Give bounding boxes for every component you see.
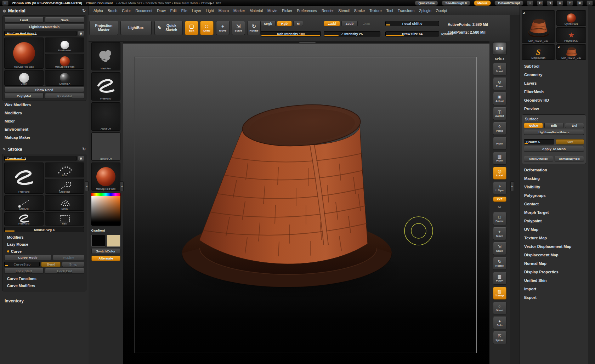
snorm-slider[interactable]: SNorm 5 [524, 139, 554, 144]
menu-item[interactable]: Draw [157, 8, 166, 13]
color-picker[interactable] [91, 193, 121, 226]
default-zscript-button[interactable]: DefaultZScript [494, 0, 523, 6]
active-tool-thumb[interactable]: 2 Skin_ND214_C30 [522, 10, 555, 43]
palette-section-header[interactable]: Modifiers [0, 109, 89, 117]
stroke-thumb[interactable]: Dots [45, 163, 84, 177]
curvestep-slider[interactable]: CurveStep [4, 262, 40, 267]
tool-section-header[interactable]: UV Map [520, 225, 588, 234]
mrgb-button[interactable]: Mrgb [261, 21, 276, 26]
rgb-button[interactable]: Rgb [277, 21, 292, 26]
right-shelf-button[interactable]: Floor [493, 137, 506, 150]
noise-button[interactable]: Noise [524, 123, 543, 128]
see-through-slider[interactable]: See-through 0 [442, 0, 470, 6]
curve-header[interactable]: Curve [4, 248, 84, 255]
tool-section-header[interactable]: SubTool [520, 62, 588, 70]
stroke-thumb-freehand[interactable]: FreeHand [91, 72, 120, 101]
right-shelf-button[interactable]: ● Solo [493, 317, 506, 329]
palette-section-header[interactable]: Mixer [0, 117, 89, 125]
bend-button[interactable]: Bend [41, 262, 61, 267]
current-material-selector[interactable]: MatCap Red Wax.1 [4, 31, 76, 36]
lock-icon[interactable]: ◉ [557, 0, 563, 6]
right-panel-collapse-arrow[interactable]: ▸ [510, 181, 514, 191]
inventory-header[interactable]: Inventory [0, 297, 89, 305]
menu-item[interactable]: Light [206, 8, 214, 13]
material-thumb-tray[interactable]: MatCap Red Wax [91, 163, 120, 191]
hue-bar[interactable] [91, 193, 120, 196]
right-shelf-button[interactable]: ◊ Persp [493, 122, 506, 135]
texture-thumb[interactable]: Texture Off [91, 132, 120, 161]
menu-item[interactable]: Color [122, 8, 131, 13]
tool-section-header[interactable]: Normal Map [520, 259, 588, 268]
menu-item[interactable]: Preferences [297, 8, 317, 13]
material-thumb[interactable]: MatCap Red Wax [45, 54, 84, 69]
palette-section-header[interactable]: Environment [0, 125, 89, 133]
tool-section-header[interactable]: Polypaint [520, 217, 588, 225]
zadd-button[interactable]: Zadd [324, 21, 340, 26]
right-shelf-button[interactable]: ◌ Ghost [493, 302, 506, 314]
app-grid-icon[interactable]: ∷ [2, 0, 8, 6]
stroke-thumb[interactable]: DragRect [45, 179, 84, 194]
menu-item[interactable]: File [181, 8, 187, 13]
material-thumb[interactable]: Chalk [4, 70, 44, 86]
current-stroke-selector[interactable]: FreeHand. 2 [4, 156, 76, 161]
spix-label[interactable]: SPix 3 [495, 57, 504, 61]
draw-mode-button[interactable]: ∷ Draw [200, 21, 214, 35]
curve-functions-header[interactable]: Curve Functions [4, 275, 84, 282]
tool-thumb[interactable]: S SimpleBrush [522, 44, 555, 60]
suv-button[interactable]: Suv [556, 139, 584, 144]
palette-section-header[interactable]: Matcap Maker [0, 133, 89, 142]
menu-item[interactable]: Brush [108, 8, 117, 13]
secondary-color-swatch[interactable] [107, 235, 120, 247]
right-shelf-button[interactable]: ▦ Floor [493, 152, 506, 165]
right-shelf-button[interactable]: + Move [493, 227, 506, 240]
menu-item[interactable]: Movie [267, 8, 277, 13]
load-material-button[interactable]: Load [4, 17, 44, 23]
material-thumb[interactable]: Chrome A [45, 70, 84, 86]
menu-item[interactable]: Picker [282, 8, 292, 13]
document-canvas[interactable] [123, 44, 489, 364]
restore-config-icon[interactable]: ↻ [82, 147, 86, 152]
z-intensity-slider[interactable]: Z Intensity 25 [324, 31, 380, 36]
tool-section-header[interactable]: Geometry HD [520, 96, 588, 104]
window-icon[interactable]: ▣ [577, 0, 583, 6]
right-shelf-button[interactable]: XYZ [493, 197, 506, 202]
pastemat-button[interactable]: PasteMat [45, 93, 84, 99]
tool-section-header[interactable]: Vector Displacement Map [520, 242, 588, 251]
saturation-value-area[interactable] [91, 196, 120, 226]
stroke-thumb[interactable]: DragDot [4, 195, 44, 211]
tool-section-header[interactable]: Displacement Map [520, 251, 588, 259]
tool-section-header[interactable]: Polygroups [520, 191, 588, 200]
menu-item[interactable]: Macro [219, 8, 229, 13]
mouse-avg-slider[interactable]: Mouse Avg 4 [4, 227, 84, 232]
menu-item[interactable]: Transform [398, 8, 414, 13]
sliders-icon[interactable]: ≡ [527, 0, 533, 6]
menu-item[interactable]: Zscript [436, 8, 447, 13]
stroke-restore-button[interactable]: R [78, 156, 84, 161]
tool-section-header[interactable]: FiberMesh [520, 87, 588, 96]
right-shelf-button[interactable]: ▣ Actual [493, 92, 506, 105]
material-thumb-current[interactable]: MatCap Red Wax [4, 38, 44, 69]
dock-left-icon[interactable]: ◧ [537, 0, 543, 6]
snap-button[interactable]: Snap [62, 262, 84, 267]
curve-modifiers-header[interactable]: Curve Modifiers [4, 282, 84, 289]
tool-section-header[interactable]: Import [520, 285, 588, 293]
stroke-thumb-current[interactable]: FreeHand [4, 163, 44, 194]
mask-by-noise-button[interactable]: MaskByNoise [524, 156, 553, 161]
right-shelf-button[interactable]: ⊙ Zoom [493, 78, 506, 90]
draw-size-slider[interactable]: Draw Size 64 [385, 31, 439, 36]
right-shelf-button[interactable]: ▨ Transp [493, 287, 506, 300]
rgb-intensity-slider[interactable]: Rgb Intensity 100 [261, 31, 321, 36]
tray-collapse-arrow[interactable]: ◂ [120, 181, 124, 191]
menu-item[interactable]: Zplugin [419, 8, 431, 13]
stroke-thumb[interactable]: FreeHand [4, 212, 44, 226]
right-shelf-button[interactable]: ↻ Rotate [493, 257, 506, 270]
tool-section-header[interactable]: Visibility [520, 183, 588, 191]
main-color-swatch[interactable] [91, 235, 105, 247]
tool-thumb[interactable]: ★ PolyMesh3D [556, 27, 586, 43]
asline-button[interactable]: AsLine [53, 255, 84, 260]
tool-thumb[interactable]: 2 Skin_ND214_C30 [556, 44, 586, 60]
noise-del-button[interactable]: Del [565, 123, 584, 128]
lightbox-materials-button[interactable]: Lightbox▸Materials [4, 24, 84, 29]
curve-mode-button[interactable]: Curve Mode [4, 255, 51, 260]
quicksave-button[interactable]: QuickSave [415, 0, 438, 6]
